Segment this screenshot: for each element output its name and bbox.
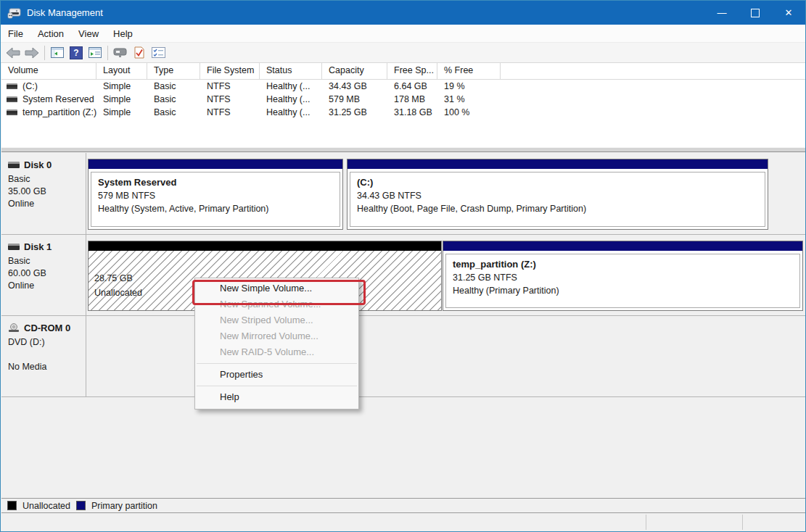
- console-tree-icon[interactable]: [49, 45, 66, 61]
- unallocated-band: [89, 241, 441, 251]
- toolbar-separator: [44, 46, 45, 60]
- partition-temp[interactable]: temp_partition (Z:) 31.25 GB NTFS Health…: [443, 241, 803, 311]
- volume-row-c[interactable]: (C:) Simple Basic NTFS Healthy (... 34.4…: [1, 80, 806, 93]
- cdrom-media-status: No Media: [8, 361, 86, 373]
- primary-partition-swatch: [76, 501, 86, 510]
- cell-pct-free: 100 %: [437, 107, 501, 117]
- disk0-label-panel[interactable]: Disk 0 Basic 35.00 GB Online: [1, 153, 86, 234]
- menu-separator: [197, 386, 357, 386]
- cdrom-label-panel[interactable]: CD-ROM 0 DVD (D:) No Media: [1, 316, 86, 396]
- primary-partition-band: [348, 159, 768, 169]
- cell-file-system: NTFS: [200, 107, 260, 117]
- cell-type: Basic: [147, 107, 200, 117]
- menu-view[interactable]: View: [71, 25, 106, 42]
- primary-partition-band: [89, 159, 342, 169]
- menu-action[interactable]: Action: [30, 25, 71, 42]
- panel-splitter[interactable]: [1, 147, 806, 152]
- partition-size: 34.43 GB NTFS: [357, 189, 762, 202]
- volume-name: System Reserved: [22, 94, 94, 104]
- partition-name: temp_partition (Z:): [453, 258, 797, 271]
- cell-file-system: NTFS: [200, 81, 260, 91]
- volume-row-temp-partition[interactable]: temp_partition (Z:) Simple Basic NTFS He…: [1, 106, 806, 119]
- window-title: Disk Management: [27, 7, 103, 18]
- cell-capacity: 34.43 GB: [322, 81, 387, 91]
- volume-icon: [7, 109, 17, 115]
- header-file-system[interactable]: File System: [200, 63, 260, 79]
- disk1-label-panel[interactable]: Disk 1 Basic 60.00 GB Online: [1, 235, 86, 315]
- maximize-icon: [751, 9, 760, 17]
- menu-item-properties[interactable]: Properties: [195, 367, 358, 383]
- volume-name: (C:): [22, 81, 38, 91]
- checklist-icon[interactable]: [149, 45, 167, 61]
- volume-icon: [7, 83, 17, 89]
- legend-primary-label: Primary partition: [91, 501, 157, 511]
- menu-help[interactable]: Help: [106, 25, 140, 42]
- partition-c[interactable]: (C:) 34.43 GB NTFS Healthy (Boot, Page F…: [347, 159, 768, 230]
- cell-status: Healthy (...: [260, 81, 322, 91]
- disk-icon: [8, 244, 20, 250]
- menu-item-help[interactable]: Help: [195, 389, 358, 405]
- popup-view-icon[interactable]: [112, 45, 129, 61]
- cell-file-system: NTFS: [200, 94, 260, 104]
- title-bar: Disk Management — ✕: [1, 1, 805, 25]
- header-pct-free[interactable]: % Free: [437, 63, 501, 79]
- header-status[interactable]: Status: [260, 63, 322, 79]
- cell-type: Basic: [147, 94, 200, 104]
- header-layout[interactable]: Layout: [96, 63, 147, 79]
- volume-list-panel: Volume Layout Type File System Status Ca…: [1, 62, 806, 148]
- back-icon[interactable]: [4, 45, 22, 61]
- context-menu: New Simple Volume... New Spanned Volume.…: [194, 278, 359, 410]
- disk1-name: Disk 1: [24, 241, 52, 252]
- minimize-button[interactable]: —: [705, 1, 739, 25]
- menu-item-new-striped-volume: New Striped Volume...: [195, 312, 358, 328]
- check-document-icon[interactable]: [131, 45, 148, 61]
- disk0-type: Basic: [8, 173, 86, 186]
- status-bar: [1, 513, 806, 531]
- cell-layout: Simple: [96, 94, 147, 104]
- header-capacity[interactable]: Capacity: [322, 63, 387, 79]
- statusbar-separator: [646, 515, 646, 530]
- menu-item-new-raid5-volume: New RAID-5 Volume...: [195, 344, 358, 360]
- menu-file[interactable]: File: [1, 25, 30, 42]
- legend-bar: Unallocated Primary partition: [1, 498, 806, 513]
- menu-bar: File Action View Help: [1, 25, 805, 43]
- partition-health: Healthy (Boot, Page File, Crash Dump, Pr…: [357, 202, 762, 215]
- cell-free-space: 6.64 GB: [387, 81, 437, 91]
- volume-list-header: Volume Layout Type File System Status Ca…: [1, 63, 806, 80]
- partition-size: 579 MB NTFS: [98, 189, 337, 202]
- header-free-space[interactable]: Free Sp...: [387, 63, 437, 79]
- cell-pct-free: 19 %: [437, 81, 501, 91]
- maximize-button[interactable]: [739, 1, 772, 25]
- toolbar-separator: [107, 46, 108, 60]
- primary-partition-band: [443, 241, 802, 251]
- header-filler: [501, 63, 806, 79]
- menu-item-new-simple-volume[interactable]: New Simple Volume...: [195, 280, 358, 296]
- disk-management-window: Disk Management — ✕ File Action View Hel…: [0, 0, 806, 532]
- cell-type: Basic: [147, 81, 200, 91]
- header-volume[interactable]: Volume: [1, 63, 96, 79]
- partition-name: (C:): [357, 176, 762, 189]
- disk1-type: Basic: [8, 255, 86, 267]
- disk-icon: [8, 162, 20, 168]
- cell-free-space: 178 MB: [387, 94, 437, 104]
- partition-system-reserved[interactable]: System Reserved 579 MB NTFS Healthy (Sys…: [88, 159, 343, 230]
- help-icon[interactable]: ?: [67, 45, 85, 61]
- volume-row-system-reserved[interactable]: System Reserved Simple Basic NTFS Health…: [1, 93, 806, 106]
- disk-management-app-icon: [7, 7, 22, 19]
- cell-capacity: 579 MB: [322, 94, 387, 104]
- cell-pct-free: 31 %: [437, 94, 501, 104]
- disk0-name: Disk 0: [24, 159, 52, 170]
- show-action-pane-icon[interactable]: [86, 45, 104, 61]
- partition-health: Healthy (Primary Partition): [453, 284, 797, 297]
- cdrom-icon: [8, 323, 20, 333]
- close-button[interactable]: ✕: [772, 1, 805, 25]
- volume-name: temp_partition (Z:): [22, 107, 96, 117]
- cdrom-row: CD-ROM 0 DVD (D:) No Media: [1, 316, 806, 397]
- disk0-row: Disk 0 Basic 35.00 GB Online System Rese…: [1, 153, 806, 235]
- disk1-size: 60.00 GB: [8, 267, 86, 280]
- partition-name: System Reserved: [98, 176, 337, 189]
- header-type[interactable]: Type: [147, 63, 200, 79]
- statusbar-separator: [742, 515, 743, 530]
- volume-icon: [7, 96, 17, 102]
- forward-icon[interactable]: [23, 45, 41, 61]
